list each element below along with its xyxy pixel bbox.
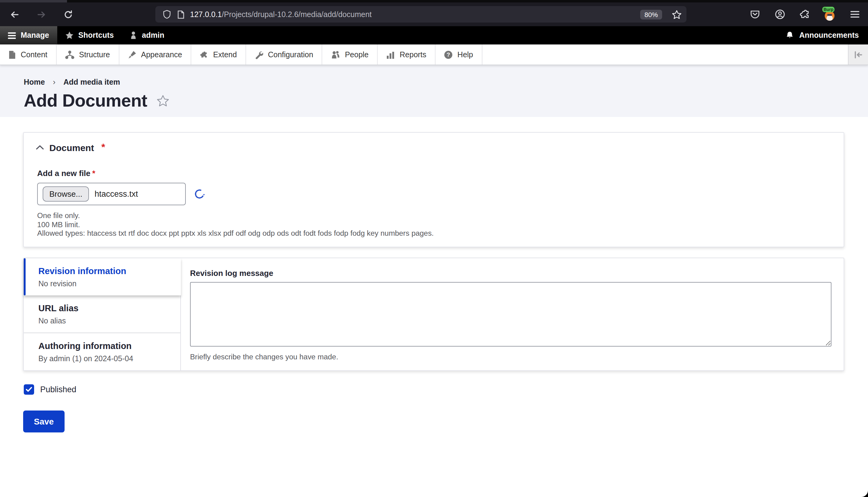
browser-toolbar: 127.0.0.1/Projects/drupal-10.2.6/media/a… (0, 2, 868, 26)
account-icon[interactable] (773, 8, 786, 20)
menu-item-reports[interactable]: Reports (378, 44, 436, 65)
tab-url-alias[interactable]: URL alias No alias (24, 295, 180, 332)
tab-revision-information[interactable]: Revision information No revision (24, 258, 181, 295)
bell-icon (786, 31, 794, 40)
vertical-tabs-menu: Revision information No revision URL ali… (24, 258, 181, 370)
main-content: Document * Add a new file* Browse... hta… (0, 132, 868, 432)
menu-item-extend[interactable]: Extend (191, 44, 246, 65)
url-text[interactable]: 127.0.0.1/Projects/drupal-10.2.6/media/a… (190, 10, 372, 18)
toolbar-item-user[interactable]: admin (122, 26, 172, 44)
admin-menu-bar: Content Structure Appearance Extend Conf… (0, 44, 868, 65)
revision-log-label: Revision log message (190, 269, 831, 278)
menu-item-label: People (345, 50, 369, 59)
shortcut-star-icon[interactable] (156, 95, 169, 107)
fieldset-legend-row[interactable]: Document * (36, 142, 831, 153)
file-field-description: One file only. 100 MB limit. Allowed typ… (37, 211, 831, 238)
menu-item-label: Content (21, 50, 47, 59)
bookmark-star-icon[interactable] (672, 10, 682, 19)
tab-title: Revision information (38, 266, 172, 276)
published-label: Published (40, 385, 76, 394)
people-icon (331, 50, 340, 59)
file-upload-row: Browse... htaccess.txt (37, 183, 831, 205)
menu-item-content[interactable]: Content (0, 44, 57, 65)
user-icon (130, 31, 137, 40)
menu-item-label: Reports (400, 50, 426, 59)
toolbar-shortcuts-label: Shortcuts (78, 31, 114, 40)
published-checkbox[interactable] (24, 384, 34, 395)
browser-nav-buttons (9, 2, 74, 26)
menu-item-label: Structure (79, 50, 110, 59)
active-tab-sliver[interactable] (0, 0, 68, 2)
revision-log-textarea[interactable] (190, 282, 831, 346)
menu-item-appearance[interactable]: Appearance (119, 44, 191, 65)
zoom-level-badge[interactable]: 80% (640, 10, 662, 19)
toolbar-item-manage[interactable]: Manage (0, 26, 57, 44)
breadcrumb-link-home[interactable]: Home (24, 78, 45, 86)
chevron-up-icon (36, 145, 44, 150)
extensions-icon[interactable] (799, 8, 811, 20)
tab-summary: By admin (1) on 2024-05-04 (38, 354, 172, 363)
menu-hamburger-icon[interactable] (849, 8, 861, 20)
revision-log-description: Briefly describe the changes you have ma… (190, 353, 831, 361)
burp-badge: Burp (822, 6, 835, 12)
browse-button[interactable]: Browse... (43, 186, 89, 202)
toolbar-item-shortcuts[interactable]: Shortcuts (57, 26, 122, 44)
toolbar-collapse-icon[interactable] (848, 44, 868, 65)
forward-icon[interactable] (35, 8, 47, 20)
file-field-label: Add a new file (37, 169, 90, 178)
browser-window: 127.0.0.1/Projects/drupal-10.2.6/media/a… (0, 0, 868, 497)
ajax-spinner-icon (194, 188, 205, 200)
file-input[interactable]: Browse... htaccess.txt (37, 183, 186, 205)
required-marker: * (101, 142, 105, 153)
window-corner (861, 490, 868, 497)
menu-item-label: Extend (213, 50, 237, 59)
page-title: Add Document (24, 91, 147, 111)
menu-item-people[interactable]: People (322, 44, 378, 65)
menu-item-label: Configuration (268, 50, 313, 59)
breadcrumb-separator: › (53, 77, 55, 86)
menu-item-configuration[interactable]: Configuration (246, 44, 323, 65)
puzzle-icon (200, 50, 208, 59)
fieldset-legend: Document (49, 142, 94, 153)
page-header: Home › Add media item Add Document (0, 65, 868, 117)
question-icon: ? (444, 50, 453, 59)
tab-title: URL alias (38, 303, 172, 313)
back-icon[interactable] (9, 8, 21, 20)
tab-title: Authoring information (38, 341, 172, 351)
published-field: Published (24, 384, 868, 395)
file-field-label-row: Add a new file* (37, 169, 831, 178)
reload-icon[interactable] (62, 8, 74, 20)
menu-item-help[interactable]: ? Help (436, 44, 482, 65)
save-button[interactable]: Save (23, 411, 65, 432)
menu-item-structure[interactable]: Structure (57, 44, 119, 65)
pocket-icon[interactable] (749, 8, 761, 20)
tab-summary: No revision (38, 280, 172, 288)
help-line: One file only. (37, 211, 831, 220)
breadcrumb: Home › Add media item (24, 77, 868, 86)
url-bar[interactable]: 127.0.0.1/Projects/drupal-10.2.6/media/a… (155, 6, 686, 23)
shortcuts-star-icon (65, 31, 73, 40)
tab-summary: No alias (38, 317, 172, 325)
checkmark-icon (26, 387, 32, 392)
title-row: Add Document (24, 91, 868, 111)
wrench-icon (255, 50, 263, 59)
url-host: 127.0.0.1 (190, 10, 222, 18)
browser-tabstrip (0, 0, 868, 2)
required-marker: * (92, 169, 95, 178)
help-line: 100 MB limit. (37, 220, 831, 229)
page-icon[interactable] (177, 8, 185, 20)
paintbrush-icon (128, 50, 136, 59)
bar-chart-icon (386, 50, 395, 59)
svg-text:?: ? (446, 51, 450, 58)
toolbar-item-announcements[interactable]: Announcements (786, 26, 868, 44)
toolbar-manage-label: Manage (21, 31, 49, 40)
browser-toolbar-right: Burp (749, 2, 861, 26)
sitemap-icon (65, 50, 74, 59)
document-fieldset: Document * Add a new file* Browse... hta… (23, 132, 844, 247)
shield-icon[interactable] (162, 8, 171, 20)
menu-item-label: Appearance (141, 50, 182, 59)
tab-authoring-information[interactable]: Authoring information By admin (1) on 20… (24, 332, 180, 370)
advanced-settings-card: Revision information No revision URL ali… (23, 258, 844, 371)
burp-extension-icon[interactable]: Burp (824, 8, 836, 21)
toolbar-announcements-label: Announcements (799, 31, 859, 40)
